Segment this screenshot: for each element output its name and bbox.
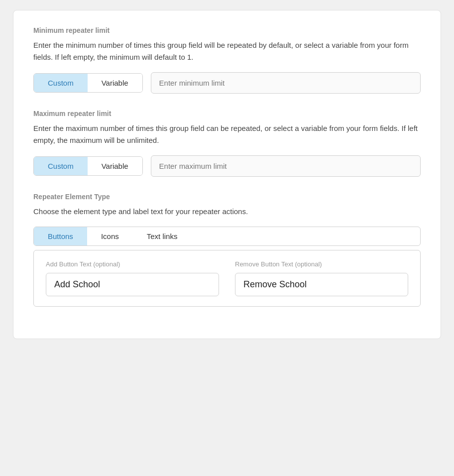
maximum-custom-tab[interactable]: Custom xyxy=(34,157,88,175)
maximum-repeater-title: Maximum repeater limit xyxy=(33,110,421,118)
minimum-variable-tab[interactable]: Variable xyxy=(88,74,142,92)
remove-button-text-input[interactable] xyxy=(235,273,408,296)
minimum-repeater-description: Enter the minimum number of times this g… xyxy=(33,39,421,63)
element-buttons-tab[interactable]: Buttons xyxy=(34,227,87,245)
repeater-element-section: Repeater Element Type Choose the element… xyxy=(33,193,421,307)
remove-button-text-col: Remove Button Text (optional) xyxy=(235,260,408,296)
maximum-toggle-group: Custom Variable xyxy=(33,156,143,176)
maximum-repeater-controls: Custom Variable xyxy=(33,155,421,177)
minimum-repeater-title: Minimum repeater limit xyxy=(33,26,421,34)
repeater-element-title: Repeater Element Type xyxy=(33,193,421,201)
minimum-repeater-controls: Custom Variable xyxy=(33,72,421,94)
minimum-limit-input[interactable] xyxy=(151,72,421,94)
element-type-toggle-group: Buttons Icons Text links xyxy=(33,227,421,246)
element-text-links-tab[interactable]: Text links xyxy=(133,227,192,245)
minimum-repeater-section: Minimum repeater limit Enter the minimum… xyxy=(33,26,421,94)
minimum-custom-tab[interactable]: Custom xyxy=(34,74,88,92)
maximum-variable-tab[interactable]: Variable xyxy=(88,157,142,175)
minimum-toggle-group: Custom Variable xyxy=(33,73,143,93)
maximum-repeater-description: Enter the maximum number of times this g… xyxy=(33,122,421,146)
add-button-text-label: Add Button Text (optional) xyxy=(46,260,219,268)
element-icons-tab[interactable]: Icons xyxy=(87,227,133,245)
maximum-repeater-section: Maximum repeater limit Enter the maximum… xyxy=(33,110,421,177)
button-text-row: Add Button Text (optional) Remove Button… xyxy=(46,260,408,296)
button-text-box: Add Button Text (optional) Remove Button… xyxy=(33,250,421,307)
main-card: Minimum repeater limit Enter the minimum… xyxy=(13,10,441,339)
remove-button-text-label: Remove Button Text (optional) xyxy=(235,260,408,268)
maximum-limit-input[interactable] xyxy=(151,155,421,177)
add-button-text-col: Add Button Text (optional) xyxy=(46,260,219,296)
repeater-element-description: Choose the element type and label text f… xyxy=(33,206,421,218)
add-button-text-input[interactable] xyxy=(46,273,219,296)
